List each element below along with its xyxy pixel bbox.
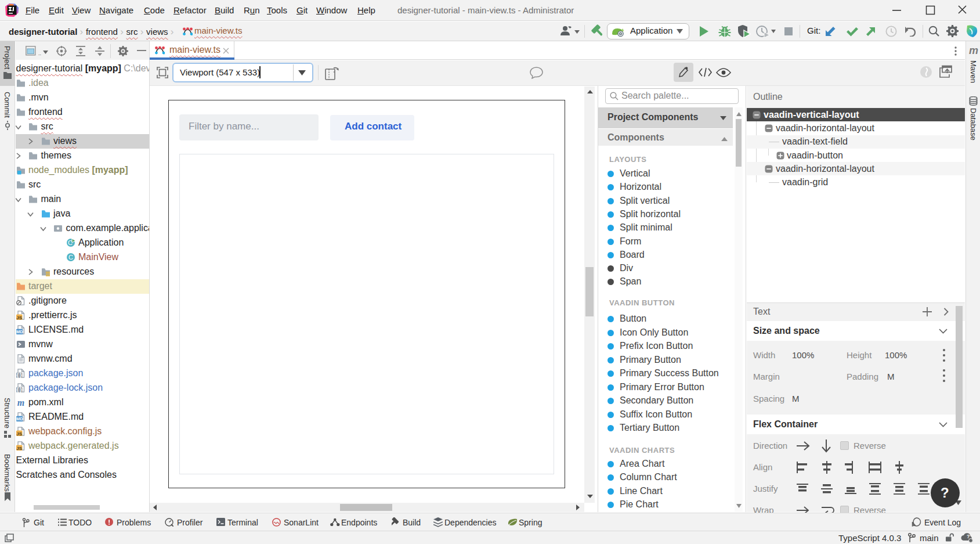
svg-text:C: C xyxy=(68,254,73,261)
svg-text:?: ? xyxy=(967,534,970,539)
svg-text:MD: MD xyxy=(16,416,23,421)
svg-text:MD: MD xyxy=(16,329,23,334)
svg-text:{ }: { } xyxy=(16,372,22,378)
svg-text:JS: JS xyxy=(16,446,22,451)
svg-text:{ }: { } xyxy=(16,387,22,392)
svg-text:JS: JS xyxy=(16,315,22,320)
svg-text:m: m xyxy=(17,398,24,407)
svg-text:JS: JS xyxy=(16,431,22,437)
